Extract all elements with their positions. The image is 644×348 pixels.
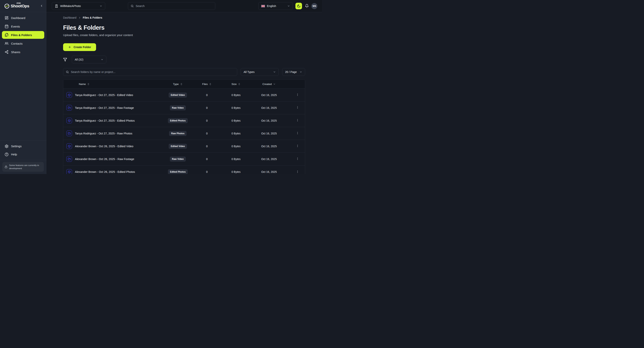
folder-files-cell: 0	[197, 93, 216, 97]
breadcrumb: Dashboard Files & Folders	[63, 16, 305, 19]
chevron-down-icon	[101, 58, 104, 61]
brand-for-label: FOR	[17, 2, 20, 4]
table-row[interactable]: Alexander Brown - Oct 26, 2025 - Edited …	[63, 165, 305, 174]
row-menu-button[interactable]	[295, 118, 300, 123]
folder-name-cell: Alexander Brown - Oct 26, 2025 - Edited …	[63, 169, 158, 174]
folder-open-icon	[66, 105, 72, 111]
table-row[interactable]: Tanya Rodriguez - Oct 27, 2025 - Raw Foo…	[63, 101, 305, 114]
column-label: Size	[232, 83, 236, 85]
main-column: WillMakeAPhoto	[46, 0, 322, 174]
folder-files-cell: 0	[197, 157, 216, 161]
folder-type-cell: Raw Photos	[158, 131, 197, 136]
kebab-menu-icon	[296, 106, 299, 109]
organization-select-value: WillMakeAPhoto	[60, 4, 81, 7]
help-icon	[5, 152, 8, 156]
column-header-name[interactable]: Name	[63, 83, 158, 85]
global-search	[128, 2, 215, 10]
row-menu-button[interactable]	[295, 169, 300, 174]
topbar-right: English WS	[258, 2, 317, 10]
type-badge: Raw Photos	[169, 131, 187, 136]
table-row[interactable]: Alexander Brown - Oct 26, 2025 - Raw Foo…	[63, 153, 305, 165]
kebab-menu-icon	[296, 93, 299, 96]
folder-actions-cell	[282, 144, 305, 149]
sidebar-collapse-button[interactable]	[40, 4, 43, 8]
sidebar-item-help[interactable]: Help	[2, 151, 44, 158]
folder-type-cell: Edited Photos	[158, 169, 197, 174]
building-icon	[55, 4, 58, 8]
folder-actions-cell	[282, 169, 305, 174]
folder-size-cell: 0 Bytes	[216, 157, 256, 161]
contacts-icon	[5, 41, 8, 45]
chevron-down-icon	[100, 5, 102, 7]
create-folder-label: Create Folder	[74, 45, 91, 49]
kebab-menu-icon	[296, 131, 299, 135]
table-body: Tanya Rodriguez - Oct 27, 2025 - Edited …	[63, 89, 305, 174]
kebab-menu-icon	[296, 144, 299, 147]
folders-table: Name Type Files	[63, 79, 305, 174]
package-icon	[66, 92, 72, 98]
column-header-size[interactable]: Size	[216, 83, 256, 85]
row-menu-button[interactable]	[295, 105, 300, 110]
sidebar-item-label: Files & Folders	[11, 33, 32, 37]
folder-name-cell: Tanya Rodriguez - Oct 27, 2025 - Raw Foo…	[63, 105, 158, 111]
files-icon	[5, 33, 8, 37]
kebab-menu-icon	[296, 157, 299, 160]
row-menu-button[interactable]	[295, 156, 300, 162]
sort-icon	[87, 83, 90, 85]
chevron-down-icon	[273, 71, 276, 73]
folder-name-cell: Tanya Rodriguez - Oct 27, 2025 - Edited …	[63, 92, 158, 98]
breadcrumb-dashboard[interactable]: Dashboard	[63, 16, 76, 19]
notifications-button[interactable]	[305, 4, 309, 8]
folders-search-input[interactable]	[71, 70, 234, 73]
sidebar-item-dashboard[interactable]: Dashboard	[2, 14, 44, 22]
global-search-input[interactable]	[136, 4, 212, 7]
folder-size-cell: 0 Bytes	[216, 170, 256, 173]
table-row[interactable]: Tanya Rodriguez - Oct 27, 2025 - Edited …	[63, 89, 305, 101]
sort-icon	[238, 83, 240, 85]
create-folder-button[interactable]: Create Folder	[63, 43, 96, 51]
package-icon	[66, 118, 72, 123]
type-filter-select[interactable]: All Types	[241, 68, 279, 76]
chevron-down-icon	[287, 5, 290, 7]
folder-name: Alexander Brown - Oct 26, 2025 - Edited …	[75, 170, 135, 173]
sidebar-item-label: Settings	[11, 144, 22, 148]
folder-created-cell: Oct 16, 2025	[256, 93, 282, 97]
column-header-files[interactable]: Files	[197, 83, 216, 85]
dashboard-icon	[5, 16, 8, 20]
organization-select[interactable]: WillMakeAPhoto	[52, 2, 105, 10]
folder-actions-cell	[282, 131, 305, 136]
row-menu-button[interactable]	[295, 131, 300, 136]
folder-filter-select[interactable]: All (32)	[72, 56, 106, 63]
search-icon	[130, 4, 134, 7]
folder-created-cell: Oct 16, 2025	[256, 145, 282, 148]
content: Dashboard Files & Folders Files & Folder…	[46, 12, 322, 174]
table-row[interactable]: Tanya Rodriguez - Oct 27, 2025 - Raw Pho…	[63, 127, 305, 140]
column-header-created[interactable]: Created	[256, 83, 282, 85]
user-avatar[interactable]: WS	[311, 3, 317, 9]
sidebar-item-events[interactable]: Events	[2, 22, 44, 30]
development-notice-text: Some features are currently in developme…	[9, 164, 42, 170]
folder-files-cell: 0	[197, 170, 216, 173]
page-size-select[interactable]: 20 / Page	[282, 68, 305, 76]
language-select[interactable]: English	[258, 2, 293, 10]
sidebar-item-contacts[interactable]: Contacts	[2, 39, 44, 47]
type-badge: Raw Video	[170, 157, 186, 162]
user-initials: WS	[312, 5, 316, 7]
row-menu-button[interactable]	[295, 92, 300, 98]
sidebar-item-shares[interactable]: Shares	[2, 48, 44, 56]
sidebar-item-label: Contacts	[11, 42, 22, 45]
row-menu-button[interactable]	[295, 144, 300, 149]
moon-stars-icon	[297, 4, 301, 8]
sidebar-item-settings[interactable]: Settings	[2, 142, 44, 150]
plus-icon	[68, 45, 71, 49]
sidebar-item-label: Dashboard	[11, 16, 25, 19]
column-header-type[interactable]: Type	[158, 83, 197, 85]
folder-actions-cell	[282, 118, 305, 123]
chevron-left-icon	[40, 4, 43, 7]
theme-toggle-button[interactable]	[296, 3, 302, 9]
folder-name: Alexander Brown - Oct 26, 2025 - Raw Foo…	[75, 157, 134, 161]
sidebar-item-files-folders[interactable]: Files & Folders	[2, 31, 44, 39]
table-row[interactable]: Alexander Brown - Oct 26, 2025 - Edited …	[63, 140, 305, 153]
table-row[interactable]: Tanya Rodriguez - Oct 27, 2025 - Edited …	[63, 114, 305, 127]
gear-icon	[5, 144, 8, 148]
